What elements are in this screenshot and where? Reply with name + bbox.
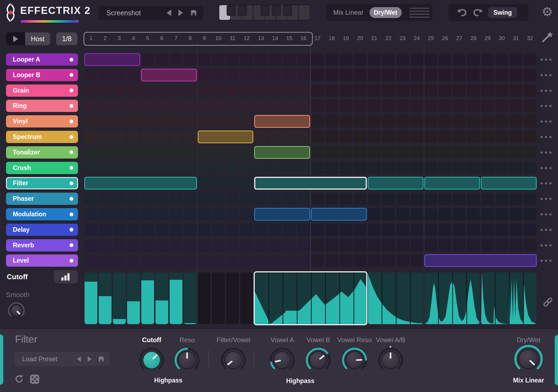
effect-block[interactable] [424,254,537,267]
grid-cell[interactable] [155,162,168,174]
grid-cell[interactable] [453,115,466,127]
grid-cell[interactable] [481,224,494,236]
grid-cell[interactable] [495,69,508,81]
grid-cell[interactable] [198,115,211,127]
grid-cell[interactable] [212,100,225,112]
grid-cell[interactable] [226,69,239,81]
grid-cell[interactable] [396,254,409,267]
grid-cell[interactable] [311,224,324,236]
grid-cell[interactable] [495,193,508,205]
step-number[interactable]: 9 [198,35,211,41]
grid-cell[interactable] [297,100,310,112]
grid-cell[interactable] [453,239,466,251]
grid-cell[interactable] [297,162,310,174]
grid-cell[interactable] [113,162,126,174]
grid-cell[interactable] [509,115,522,127]
step-number[interactable]: 8 [184,35,197,41]
grid-cell[interactable] [325,131,338,143]
grid-cell[interactable] [254,224,267,236]
effect-block[interactable] [84,53,140,66]
track-enable-dot[interactable] [70,135,73,139]
grid-cell[interactable] [354,162,367,174]
knob-vowel-b[interactable] [302,344,334,377]
grid-cell[interactable] [382,69,395,81]
grid-cell[interactable] [269,254,281,267]
grid-cell[interactable] [524,224,536,236]
value-mode-button[interactable] [54,270,78,283]
grid-cell[interactable] [85,239,97,251]
grid-cell[interactable] [340,254,352,267]
grid-cell[interactable] [254,162,267,174]
grid-cell[interactable] [396,208,409,220]
grid-cell[interactable] [410,53,423,66]
grid-cell[interactable] [495,146,508,159]
grid-cell[interactable] [283,162,296,174]
grid-cell[interactable] [226,100,239,112]
editor-value-bar[interactable] [155,300,168,324]
grid-cell[interactable] [127,84,140,97]
grid-cell[interactable] [396,224,409,236]
grid-cell[interactable] [509,131,522,143]
grid-cell[interactable] [481,131,494,143]
step-number[interactable]: 17 [311,35,324,41]
grid-cell[interactable] [170,254,182,267]
grid-cell[interactable] [410,208,423,220]
grid-cell[interactable] [453,84,466,97]
grid-cell[interactable] [184,239,197,251]
grid-cell[interactable] [509,84,522,97]
knob-vowel-a[interactable] [266,344,298,377]
step-number[interactable]: 4 [127,35,140,41]
editor-step-column[interactable] [226,272,239,324]
grid-cell[interactable] [311,239,324,251]
grid-cell[interactable] [184,146,197,159]
effect-block[interactable] [311,208,367,221]
grid-cell[interactable] [396,162,409,174]
editor-curve-group[interactable] [368,272,423,324]
grid-cell[interactable] [396,146,409,159]
grid-cell[interactable] [382,53,395,66]
grid-cell[interactable] [99,100,112,112]
grid-cell[interactable] [269,239,281,251]
grid-cell[interactable] [184,100,197,112]
grid-cell[interactable] [467,53,480,66]
grid-cell[interactable] [453,53,466,66]
grid-cell[interactable] [382,224,395,236]
grid-cell[interactable] [170,224,182,236]
redo-icon[interactable] [472,7,484,18]
grid-cell[interactable] [240,208,253,220]
grid-cell[interactable] [127,146,140,159]
grid-cell[interactable] [113,84,126,97]
grid-cell[interactable] [212,239,225,251]
grid-cell[interactable] [410,115,423,127]
grid-cell[interactable] [368,146,381,159]
grid-cell[interactable] [396,53,409,66]
grid-cell[interactable] [283,224,296,236]
grid-cell[interactable] [425,131,437,143]
grid-cell[interactable] [410,100,423,112]
grid-cell[interactable] [141,53,154,66]
grid-cell[interactable] [226,162,239,174]
track-chip-crush[interactable]: Crush [6,162,78,174]
grid-cell[interactable] [311,131,324,143]
grid-cell[interactable] [198,100,211,112]
grid-cell[interactable] [170,53,182,66]
grid-cell[interactable] [368,162,381,174]
grid-cell[interactable] [226,115,239,127]
track-chip-looper-a[interactable]: Looper A [6,53,78,66]
effect-block[interactable] [481,177,537,190]
grid-cell[interactable] [509,224,522,236]
grid-cell[interactable] [85,208,97,220]
grid-cell[interactable] [240,177,253,189]
grid-cell[interactable] [340,100,352,112]
track-enable-dot[interactable] [70,181,73,185]
editor-value-bar[interactable] [113,319,126,324]
track-chip-vinyl[interactable]: Vinyl [6,115,78,127]
grid-cell[interactable] [85,115,97,127]
editor-step-column[interactable] [141,272,154,324]
grid-cell[interactable] [354,254,367,267]
grid-cell[interactable] [439,162,451,174]
effect-block[interactable] [141,69,197,81]
grid-cell[interactable] [269,162,281,174]
play-button[interactable] [6,32,25,45]
grid-cell[interactable] [155,239,168,251]
